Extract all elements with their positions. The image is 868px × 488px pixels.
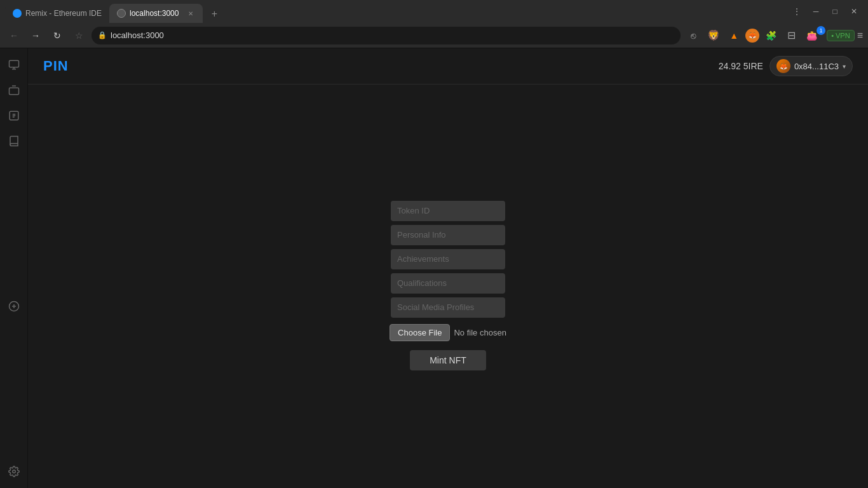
remix-favicon: [13, 9, 22, 18]
sidebar-icon-file[interactable]: [3, 53, 25, 76]
back-button[interactable]: ←: [5, 27, 23, 44]
brave-shield-icon[interactable]: 🦁: [705, 27, 722, 44]
tab-localhost[interactable]: localhost:3000 ✕: [109, 4, 203, 23]
achievements-input[interactable]: [391, 249, 505, 269]
wallet-avatar: 🦊: [776, 59, 790, 73]
bookmark-button[interactable]: ☆: [70, 27, 88, 44]
wallet-badge-button[interactable]: 🦊 0x84...11C3 ▾: [770, 56, 853, 76]
wallet-icon-wrap: 👛 1: [803, 27, 824, 44]
personal-info-input[interactable]: [391, 225, 505, 245]
sidebar-icon-screen[interactable]: [3, 79, 25, 102]
mint-nft-button[interactable]: Mint NFT: [410, 350, 486, 370]
vpn-badge[interactable]: • VPN: [827, 30, 855, 41]
no-file-label: No file chosen: [454, 328, 506, 337]
sidebar-icon-add[interactable]: [3, 295, 25, 318]
share-icon[interactable]: ⎋: [684, 27, 702, 44]
qualifications-input[interactable]: [391, 273, 505, 294]
center-content: Choose File No file chosen Mint NFT: [28, 85, 868, 486]
new-tab-button[interactable]: +: [205, 5, 223, 23]
address-bar[interactable]: 🔒 localhost:3000: [92, 27, 681, 44]
svg-point-4: [12, 470, 15, 473]
sidebar-icon-contract[interactable]: [3, 104, 25, 127]
wallet-info: 24.92 5IRE 🦊 0x84...11C3 ▾: [719, 56, 853, 76]
tab-localhost-label: localhost:3000: [130, 9, 179, 18]
extensions-icon[interactable]: 🧩: [762, 27, 780, 44]
balance-display: 24.92 5IRE: [719, 61, 763, 71]
localhost-favicon: [117, 9, 126, 18]
sidebar-toggle-icon[interactable]: ⊟: [782, 27, 800, 44]
tab-remix[interactable]: Remix - Ethereum IDE: [5, 4, 109, 23]
maximize-button[interactable]: □: [826, 3, 844, 20]
sidebar-icon-settings[interactable]: [3, 460, 25, 483]
file-input-row: Choose File No file chosen: [390, 324, 506, 341]
close-button[interactable]: ✕: [845, 3, 863, 20]
wallet-badge: 1: [817, 26, 825, 35]
browser-menu-icon[interactable]: ≡: [857, 30, 863, 41]
sidebar-icon-book[interactable]: [3, 130, 25, 152]
address-text: localhost:3000: [111, 30, 674, 40]
svg-rect-0: [9, 60, 18, 67]
token-id-input[interactable]: [391, 201, 505, 221]
svg-rect-1: [9, 88, 18, 95]
brave-rewards-icon[interactable]: ▲: [725, 27, 743, 44]
chevron-down-icon: ▾: [843, 63, 846, 70]
metamask-icon[interactable]: 🦊: [745, 29, 759, 43]
tab-remix-label: Remix - Ethereum IDE: [25, 9, 102, 18]
tab-list-button[interactable]: ⋮: [788, 3, 806, 20]
minimize-button[interactable]: ─: [807, 3, 825, 20]
wallet-address: 0x84...11C3: [794, 62, 839, 71]
app-logo: PIN: [43, 58, 69, 74]
lock-icon: 🔒: [98, 31, 107, 39]
forward-button[interactable]: →: [27, 27, 44, 44]
app-header: PIN 24.92 5IRE 🦊 0x84...11C3 ▾: [28, 48, 868, 85]
nft-form: Choose File No file chosen Mint NFT: [390, 201, 506, 370]
tab-close-button[interactable]: ✕: [186, 9, 195, 18]
app-content: PIN 24.92 5IRE 🦊 0x84...11C3 ▾: [28, 48, 868, 488]
remix-sidebar: [0, 48, 28, 488]
reload-button[interactable]: ↻: [48, 27, 66, 44]
social-media-input[interactable]: [391, 297, 505, 318]
choose-file-button[interactable]: Choose File: [390, 324, 450, 341]
